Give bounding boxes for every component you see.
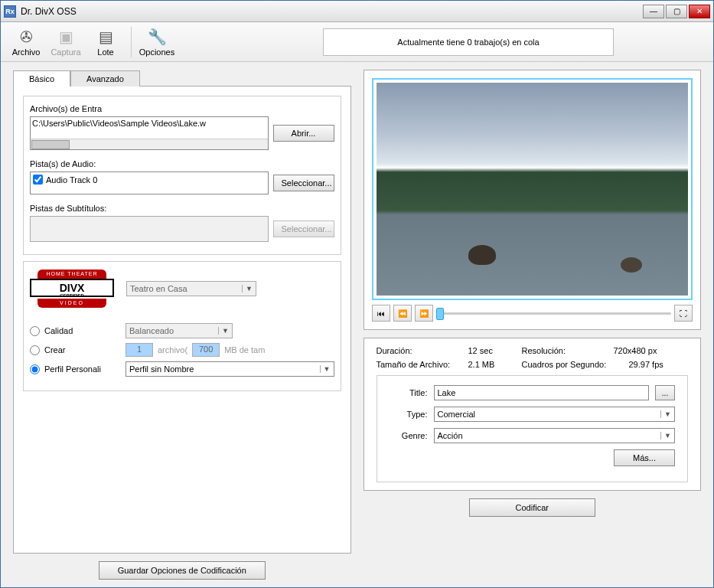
divx-logo: HOME THEATER DIVX CERTIFIED VIDEO (30, 270, 114, 308)
input-file-path: C:\Users\Public\Videos\Sample Videos\Lak… (32, 119, 206, 128)
seleccionar-audio-button[interactable]: Seleccionar... (273, 175, 334, 191)
title-label: Title: (390, 388, 428, 397)
settings-tabs: Básico Avanzado (13, 70, 351, 86)
perfil-combo[interactable]: Perfil sin Nombre ▼ (126, 361, 334, 377)
app-icon: Rx (4, 5, 16, 18)
input-file-list[interactable]: C:\Users\Public\Videos\Sample Videos\Lak… (30, 116, 269, 150)
opciones-label: Opciones (139, 47, 174, 57)
perfil-row: Perfil Personali Perfil sin Nombre ▼ (30, 361, 334, 377)
tv-icon: ▣ (59, 28, 73, 46)
mas-button[interactable]: Más... (614, 449, 675, 466)
logo-bot-text: VIDEO (37, 299, 106, 308)
audio-track-name: Audio Track 0 (46, 175, 97, 185)
video-preview (372, 78, 693, 300)
video-content (621, 257, 642, 273)
chevron-down-icon: ▼ (242, 285, 253, 292)
video-info-panel: Duración: 12 sec Resolución: 720x480 px … (364, 338, 702, 491)
logo-mid-text: DIVX (60, 282, 85, 294)
opciones-button[interactable]: 🔧 Opciones (138, 24, 176, 60)
perfil-label: Perfil Personali (44, 364, 121, 374)
toolbar-separator (131, 27, 132, 57)
step-back-button[interactable]: ⏪ (393, 305, 412, 322)
audio-track-list[interactable]: Audio Track 0 (30, 172, 269, 194)
lote-button[interactable]: ▤ Lote (86, 24, 125, 60)
lote-label: Lote (97, 47, 113, 57)
fps-label: Cuadros por Segundo: (522, 360, 629, 369)
tab-avanzado[interactable]: Avanzado (70, 70, 140, 87)
type-value: Comercial (438, 410, 661, 419)
video-content (468, 245, 496, 265)
chevron-down-icon: ▼ (218, 327, 229, 335)
calidad-combo: Balanceado ▼ (126, 323, 233, 338)
fullscreen-button[interactable]: ⛶ (674, 305, 693, 322)
filesize-value: 2.1 MB (468, 360, 522, 369)
divx-profile-value: Teatro en Casa (130, 284, 242, 293)
logo-top-text: HOME THEATER (37, 270, 106, 279)
app-window: Rx Dr. DivX OSS — ▢ ✕ ✇ Archivo ▣ Captur… (0, 0, 714, 588)
preview-panel: ⏮ ⏪ ⏩ ⛶ (364, 70, 702, 330)
input-files-label: Archivo(s) de Entra (30, 104, 334, 113)
filesize-label: Tamaño de Archivo: (377, 360, 468, 369)
crear-radio[interactable] (30, 345, 40, 355)
rewind-start-button[interactable]: ⏮ (372, 305, 390, 322)
tab-basico[interactable]: Básico (13, 70, 70, 87)
fps-value: 29.97 fps (629, 360, 663, 369)
subtitle-track-list (30, 216, 269, 242)
left-column: Básico Avanzado Archivo(s) de Entra C:\U… (13, 70, 351, 580)
abrir-button[interactable]: Abrir... (273, 125, 334, 142)
calidad-row: Calidad Balanceado ▼ (30, 323, 334, 338)
genre-label: Genre: (390, 431, 428, 440)
file-list-scrollbar[interactable] (31, 139, 268, 149)
seek-slider[interactable] (436, 305, 672, 322)
seleccionar-subs-button: Seleccionar... (273, 220, 334, 237)
type-combo[interactable]: Comercial ▼ (434, 407, 676, 422)
audio-track-checkbox[interactable] (33, 175, 43, 185)
type-label: Type: (390, 410, 428, 419)
calidad-radio[interactable] (30, 326, 40, 336)
archivo-text: archivo( (158, 345, 187, 354)
chevron-down-icon: ▼ (320, 365, 331, 373)
perfil-value: Perfil sin Nombre (129, 364, 320, 374)
divx-profile-row: HOME THEATER DIVX CERTIFIED VIDEO Teatro… (30, 270, 334, 308)
film-reel-icon: ✇ (20, 28, 33, 46)
perfil-radio[interactable] (30, 364, 40, 374)
audio-tracks-label: Pista(s) de Audio: (30, 159, 334, 168)
basic-panel: Archivo(s) de Entra C:\Users\Public\Vide… (13, 86, 351, 554)
main-toolbar: ✇ Archivo ▣ Captura ▤ Lote 🔧 Opciones Ac… (1, 22, 713, 62)
calidad-label: Calidad (44, 326, 121, 335)
left-bottom-row: Guardar Opciones de Codificación (13, 561, 351, 580)
step-forward-button[interactable]: ⏩ (415, 305, 433, 322)
crear-row: Crear 1 archivo( 700 MB de tam (30, 343, 334, 357)
maximize-button[interactable]: ▢ (666, 5, 687, 18)
chevron-down-icon: ▼ (660, 432, 671, 439)
logo-mid: DIVX CERTIFIED (30, 279, 114, 297)
audio-track-item[interactable]: Audio Track 0 (33, 175, 266, 185)
archivo-label: Archivo (12, 47, 41, 57)
duration-value: 12 sec (468, 346, 522, 355)
metadata-panel: Title: ... Type: Comercial ▼ Genre: (377, 375, 689, 482)
chevron-down-icon: ▼ (660, 410, 671, 418)
right-bottom-row: Codificar (364, 498, 702, 517)
crear-label: Crear (44, 345, 121, 354)
codificar-button[interactable]: Codificar (469, 498, 595, 517)
right-column: ⏮ ⏪ ⏩ ⛶ Duración: 12 sec Resolución: 720… (364, 70, 702, 580)
close-button[interactable]: ✕ (689, 5, 710, 18)
mb-text: MB de tam (224, 345, 265, 354)
seek-thumb[interactable] (436, 308, 444, 320)
logo-cert-text: CERTIFIED (31, 293, 112, 298)
guardar-opciones-button[interactable]: Guardar Opciones de Codificación (99, 561, 266, 580)
subtitle-tracks-label: Pistas de Subtítulos: (30, 204, 334, 213)
calidad-value: Balanceado (129, 326, 218, 335)
title-browse-button[interactable]: ... (655, 385, 675, 400)
minimize-button[interactable]: — (643, 5, 664, 18)
queue-status: Actualmente tiene 0 trabajo(s) en cola (323, 28, 614, 56)
window-title: Dr. DivX OSS (21, 6, 643, 17)
genre-combo[interactable]: Acción ▼ (434, 428, 676, 443)
title-input[interactable] (434, 385, 650, 400)
captura-button: ▣ Captura (47, 24, 85, 60)
genre-value: Acción (438, 431, 661, 440)
titlebar: Rx Dr. DivX OSS — ▢ ✕ (1, 1, 713, 22)
batch-icon: ▤ (99, 28, 113, 46)
resolution-value: 720x480 px (614, 346, 657, 355)
archivo-button[interactable]: ✇ Archivo (7, 24, 45, 60)
